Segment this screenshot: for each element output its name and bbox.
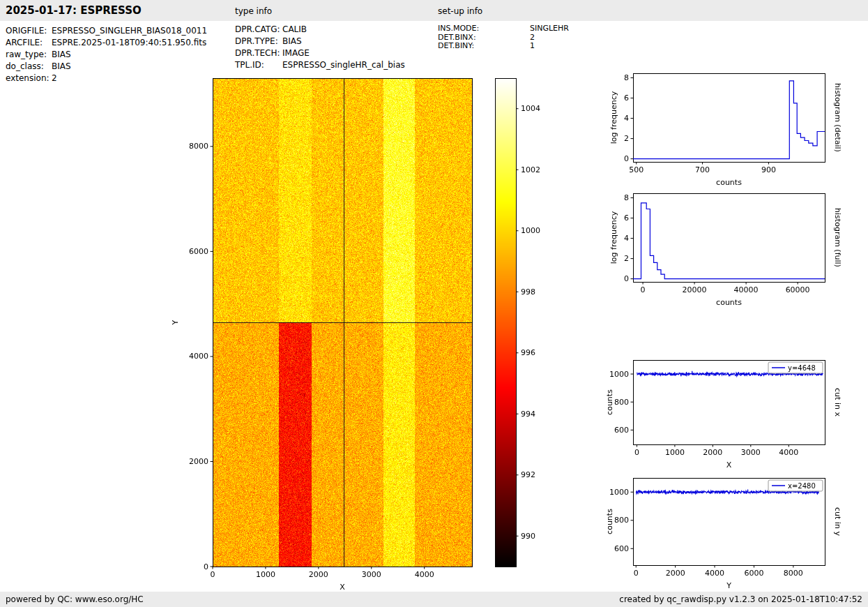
x-tick-label: 0: [634, 448, 639, 457]
data-series: [633, 203, 825, 279]
right-axis-label: histogram (detail): [833, 83, 842, 152]
x-tick-label: 40000: [734, 285, 759, 294]
y-tick-label: 8: [624, 73, 629, 82]
colorbar-tick-label: 992: [521, 470, 535, 479]
x-tick-label: 4000: [779, 448, 798, 457]
x-tick-label: 60000: [786, 285, 810, 294]
y-tick-label: 0: [204, 562, 208, 571]
y-tick-label: 2: [624, 254, 629, 263]
x-tick-label: 8000: [784, 569, 803, 578]
plot-axes-layer: 0100020003000400002000400060008000XY9909…: [0, 0, 868, 607]
x-tick-label: 20000: [683, 285, 707, 294]
y-axis-label: log frequency: [609, 211, 618, 264]
right-axis-label: cut in x: [833, 388, 842, 417]
footer-bar: powered by QC: www.eso.org/HC created by…: [0, 592, 868, 607]
x-tick-label: 0: [634, 569, 639, 578]
y-axis-label: counts: [605, 389, 614, 415]
x-tick-label: 4000: [415, 570, 434, 579]
y-tick-label: 1000: [609, 488, 629, 497]
y-tick-label: 600: [614, 544, 629, 553]
axes-frame: [634, 74, 825, 163]
x-tick-label: 1000: [256, 570, 275, 579]
y-axis-label: counts: [605, 509, 614, 534]
y-tick-label: 2000: [189, 457, 208, 466]
x-tick-label: 0: [211, 570, 215, 579]
colorbar-tick-label: 1000: [521, 226, 540, 235]
colorbar-tick-label: 1002: [521, 165, 540, 174]
x-axis-label: Y: [726, 581, 731, 590]
x-tick-label: 4000: [705, 569, 724, 578]
y-tick-label: 6000: [189, 247, 208, 256]
x-tick-label: 700: [695, 165, 710, 174]
y-tick-label: 8: [624, 193, 629, 202]
right-axis-label: histogram (full): [833, 208, 842, 267]
x-axis-label: counts: [716, 178, 742, 187]
y-tick-label: 800: [614, 398, 629, 407]
right-axis-label: cut in y: [833, 507, 842, 536]
y-tick-label: 4: [624, 114, 629, 123]
y-tick-label: 1000: [609, 370, 629, 379]
x-tick-label: 3000: [362, 570, 381, 579]
y-tick-label: 800: [614, 516, 629, 525]
x-tick-label: 2000: [703, 448, 722, 457]
y-tick-label: 4000: [189, 352, 208, 361]
x-tick-label: 3000: [741, 448, 761, 457]
y-axis-label: Y: [171, 320, 180, 325]
colorbar-tick-label: 996: [521, 348, 535, 357]
axes-frame: [634, 194, 825, 283]
colorbar-tick-label: 994: [521, 410, 535, 419]
x-axis-label: counts: [716, 298, 742, 307]
y-axis-label: log frequency: [609, 91, 618, 144]
y-tick-label: 600: [614, 426, 629, 435]
footer-created-by: created by qc_rawdisp.py v1.2.3 on 2025-…: [619, 594, 862, 604]
x-axis-label: X: [726, 460, 732, 470]
y-tick-label: 6: [624, 213, 629, 223]
x-tick-label: 2000: [666, 569, 685, 578]
data-series: [633, 81, 825, 159]
y-tick-label: 0: [624, 154, 629, 163]
colorbar-tick-label: 1004: [521, 104, 540, 113]
x-tick-label: 1000: [665, 448, 685, 457]
legend-label: y=4648: [788, 364, 816, 372]
x-tick-label: 6000: [744, 569, 763, 578]
footer-powered-by: powered by QC: www.eso.org/HC: [6, 594, 144, 604]
colorbar-tick-label: 990: [521, 532, 535, 541]
legend-label: x=2480: [788, 482, 816, 490]
y-tick-label: 4: [624, 234, 629, 243]
y-tick-label: 8000: [189, 142, 208, 151]
y-tick-label: 2: [624, 134, 629, 143]
x-tick-label: 500: [629, 165, 644, 174]
x-tick-label: 900: [761, 165, 776, 174]
colorbar-frame: [496, 79, 517, 567]
y-tick-label: 6: [624, 93, 629, 103]
x-axis-label: X: [340, 583, 345, 592]
x-tick-label: 0: [641, 285, 646, 294]
colorbar-tick-label: 998: [521, 287, 535, 297]
axes-frame: [213, 79, 473, 567]
x-tick-label: 2000: [309, 570, 328, 579]
y-tick-label: 0: [624, 274, 629, 283]
